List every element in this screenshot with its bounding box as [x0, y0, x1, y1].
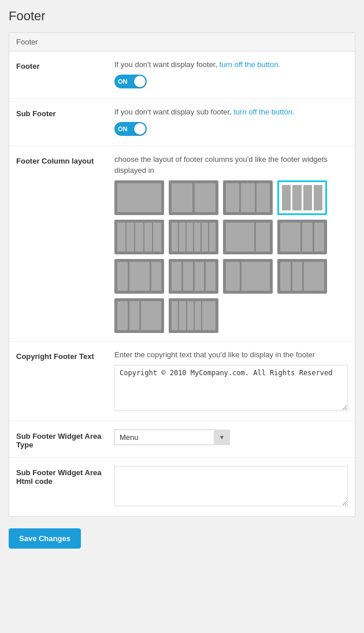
layout-option-5col[interactable]	[114, 220, 164, 254]
sub-footer-widget-type-row: Sub Footer Widget Area Type Menu Widget …	[9, 421, 355, 458]
sub-footer-widget-type-label: Sub Footer Widget Area Type	[16, 430, 114, 449]
layout-option-narrow-wide2[interactable]	[114, 298, 164, 333]
sub-footer-row: Sub Footer If you don't want display sub…	[9, 99, 355, 146]
sub-footer-toggle[interactable]: ON	[114, 122, 147, 136]
footer-toggle-knob	[134, 76, 146, 87]
layout-option-2col-equal[interactable]	[169, 180, 218, 215]
layout-option-1col[interactable]	[114, 180, 164, 215]
footer-column-layout-description: choose the layout of footer columns you'…	[114, 154, 348, 175]
panel-header: Footer	[9, 33, 355, 51]
page-title: Footer	[9, 9, 355, 24]
footer-column-layout-content: choose the layout of footer columns you'…	[114, 154, 348, 332]
layout-option-6col[interactable]	[169, 220, 218, 254]
copyright-description: Enter the copyright text that you'd like…	[114, 350, 348, 360]
footer-column-layout-label: Footer Column layout	[16, 154, 114, 165]
footer-panel: Footer Footer If you don't want display …	[9, 32, 355, 517]
footer-column-layout-row: Footer Column layout choose the layout o…	[9, 146, 355, 341]
save-changes-button[interactable]: Save Changes	[9, 528, 81, 549]
layout-option-narrow-wide-narrow[interactable]	[114, 259, 164, 294]
footer-label: Footer	[16, 60, 114, 71]
sub-footer-toggle-label: ON	[118, 125, 128, 132]
footer-row: Footer If you don't want display footer,…	[9, 51, 355, 99]
sub-footer-label: Sub Footer	[16, 107, 114, 118]
sub-footer-toggle-knob	[134, 123, 146, 135]
sub-footer-type-select[interactable]: Menu Widget Area HTML Code	[114, 430, 230, 445]
sub-footer-html-textarea[interactable]	[114, 466, 348, 506]
sub-footer-description: If you don't want display sub footer, tu…	[114, 107, 348, 117]
sub-footer-widget-type-content: Menu Widget Area HTML Code ▼	[114, 430, 348, 445]
copyright-row: Copyright Footer Text Enter the copyrigh…	[9, 342, 355, 421]
copyright-textarea[interactable]: Copyright © 2010 MyCompany.com. All Righ…	[114, 365, 348, 411]
layout-grid	[114, 180, 348, 333]
footer-toggle[interactable]: ON	[114, 75, 147, 88]
footer-toggle-label: ON	[118, 78, 128, 85]
layout-option-narrow-narrow-wide[interactable]	[277, 259, 327, 294]
layout-option-wide-narrow[interactable]	[223, 220, 273, 254]
layout-option-narrow-wide[interactable]	[223, 259, 273, 294]
layout-option-4col-selected[interactable]	[277, 180, 327, 215]
footer-description: If you don't want display footer, turn o…	[114, 60, 348, 70]
footer-content: If you don't want display footer, turn o…	[114, 60, 348, 90]
sub-footer-type-select-wrapper: Menu Widget Area HTML Code ▼	[114, 430, 230, 445]
sub-footer-html-label: Sub Footer Widget Area Html code	[16, 466, 114, 486]
layout-option-last[interactable]	[169, 298, 218, 333]
sub-footer-html-content	[114, 466, 348, 508]
layout-option-wide-narrow-narrow[interactable]	[277, 220, 327, 254]
sub-footer-content: If you don't want display sub footer, tu…	[114, 107, 348, 138]
layout-option-4col-variant[interactable]	[169, 259, 218, 294]
copyright-label: Copyright Footer Text	[16, 350, 114, 361]
sub-footer-html-row: Sub Footer Widget Area Html code	[9, 458, 355, 516]
layout-option-2col-right-narrow[interactable]	[223, 180, 273, 215]
copyright-content: Enter the copyright text that you'd like…	[114, 350, 348, 413]
